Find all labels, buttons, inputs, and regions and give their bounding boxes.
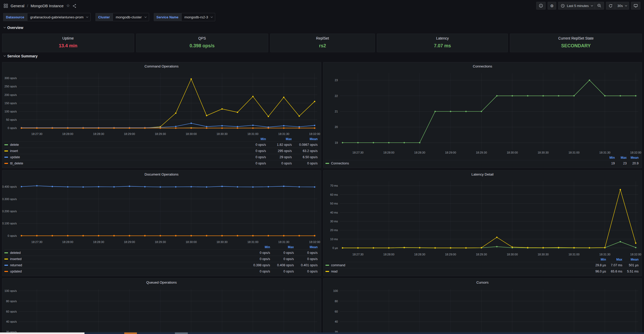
panel-title[interactable]: Connections bbox=[323, 62, 642, 70]
chevron-down-icon bbox=[625, 4, 627, 6]
service-name-dropdown[interactable]: mongodb-rs2-3 bbox=[181, 13, 215, 21]
legend-series-name[interactable]: Connections bbox=[325, 162, 603, 165]
y-axis-label: 0 ops/s bbox=[8, 234, 17, 237]
y-axis-label: 80 ops/s bbox=[6, 300, 17, 303]
y-axis-label: 250 ops/s bbox=[4, 85, 17, 88]
chart-canvas[interactable]: 0 ops/s50 ops/s100 ops/s150 ops/s200 ops… bbox=[2, 70, 321, 137]
section-overview[interactable]: Overview bbox=[0, 24, 644, 32]
panel-title[interactable]: Document Operations bbox=[2, 170, 321, 178]
chart-canvas[interactable]: 2040608010018:27:3018:28:0018:28:3018:29… bbox=[323, 286, 642, 334]
y-axis-label: 50 ops/s bbox=[6, 118, 17, 121]
section-service-summary[interactable]: Service Summary bbox=[0, 52, 644, 60]
y-axis-label: 40 bbox=[335, 320, 338, 323]
legend-row: updated0 ops/s0 ops/s0 ops/s bbox=[4, 268, 318, 274]
refresh-icon bbox=[609, 4, 612, 8]
x-axis-label: 18:31:00 bbox=[568, 253, 579, 256]
x-axis-label: 18:29:30 bbox=[155, 132, 166, 135]
legend-series-name[interactable]: insert bbox=[4, 149, 240, 153]
stat-title: Current ReplSet State bbox=[558, 36, 594, 40]
legend-series-name[interactable]: inserted bbox=[4, 257, 246, 261]
y-axis-label: 22 bbox=[335, 94, 338, 97]
series-label: update bbox=[10, 155, 20, 159]
legend-row: Connections192320.9 bbox=[325, 160, 639, 166]
y-axis-label: 200 ops/s bbox=[4, 93, 17, 96]
series-color-swatch bbox=[4, 265, 8, 266]
cluster-dropdown[interactable]: mongodb-cluster bbox=[113, 13, 149, 21]
series-label: insert bbox=[10, 149, 18, 153]
panel-latency-detail: Latency Detail0 µs10 ms20 ms30 ms40 ms50… bbox=[323, 170, 642, 276]
panel-title[interactable]: Queued Operations bbox=[2, 278, 321, 286]
y-axis-label: 23 bbox=[335, 79, 338, 82]
legend-value: 0 ops/s bbox=[240, 155, 266, 159]
y-axis-label: 100 bbox=[333, 289, 338, 292]
chart-canvas[interactable]: 192021222318:27:3018:28:0018:28:3018:29:… bbox=[323, 70, 642, 155]
chart-canvas[interactable]: 0 µs10 ms20 ms30 ms40 ms50 ms60 ms70 ms1… bbox=[323, 178, 642, 257]
grafana-dashboard: General / MongoDB Instance ☆ ⚙ bbox=[0, 0, 644, 334]
x-axis-label: 18:29:30 bbox=[476, 151, 487, 154]
legend-series-name[interactable]: returned bbox=[4, 263, 246, 267]
variable-label: Datasource bbox=[3, 13, 27, 21]
datasource-value: grafanacloud-gabrielantunes-prom bbox=[30, 15, 83, 19]
legend-series-name[interactable]: deleted bbox=[4, 251, 246, 255]
x-axis-label: 18:30:00 bbox=[507, 253, 518, 256]
legend-column-header: Min bbox=[590, 258, 606, 261]
breadcrumb: General / MongoDB Instance ☆ bbox=[4, 4, 76, 8]
legend: MinMaxMeancommand29.8 µs7.07 ms501 µsrea… bbox=[323, 257, 642, 276]
legend-series-name[interactable]: update bbox=[4, 155, 240, 159]
legend-value: 0 ops/s bbox=[240, 149, 266, 153]
time-range-picker[interactable]: Last 5 minutes bbox=[558, 2, 595, 10]
stat-value: SECONDARY bbox=[561, 43, 591, 49]
breadcrumb-dashboard-title[interactable]: MongoDB Instance bbox=[31, 4, 64, 8]
info-button[interactable] bbox=[536, 2, 546, 10]
series-label: read bbox=[331, 270, 338, 273]
series-update bbox=[21, 123, 315, 128]
legend-value: 23 bbox=[615, 162, 627, 165]
chart-canvas[interactable]: 0 ops/s0.100 ops/s0.200 ops/s0.300 ops/s… bbox=[2, 178, 321, 245]
panel-title[interactable]: Command Operations bbox=[2, 62, 321, 70]
settings-button[interactable]: ⚙ bbox=[548, 2, 556, 10]
legend-column-header: Min bbox=[603, 156, 615, 160]
legend: MinMaxMeanConnections192320.9 bbox=[323, 155, 642, 168]
legend-series-name[interactable]: delete bbox=[4, 143, 240, 147]
legend-value: 501 µs bbox=[622, 263, 639, 267]
datasource-dropdown[interactable]: grafanacloud-gabrielantunes-prom bbox=[27, 13, 91, 21]
panel-document-operations: Document Operations0 ops/s0.100 ops/s0.2… bbox=[2, 170, 321, 276]
series-read bbox=[342, 189, 636, 249]
legend-value: 0.0867 ops/s bbox=[292, 143, 318, 147]
y-axis-label: 60 ms bbox=[330, 193, 338, 196]
strip-segment bbox=[175, 332, 188, 334]
x-axis-label: 18:31:30 bbox=[599, 253, 610, 256]
breadcrumb-section[interactable]: General bbox=[11, 4, 24, 8]
legend-value: 0 ops/s bbox=[246, 257, 270, 261]
legend-series-name[interactable]: updated bbox=[4, 270, 246, 273]
share-icon[interactable] bbox=[72, 4, 76, 8]
time-range-label: Last 5 minutes bbox=[567, 4, 589, 8]
y-axis-label: 60 ops/s bbox=[6, 310, 17, 313]
x-axis-label: 18:29:00 bbox=[124, 240, 135, 244]
zoom-out-button[interactable] bbox=[595, 2, 604, 10]
x-axis-label: 18:28:00 bbox=[383, 253, 394, 256]
apps-grid-icon[interactable] bbox=[4, 4, 8, 8]
panel-title[interactable]: Latency Detail bbox=[323, 170, 642, 178]
chevron-down-icon bbox=[591, 4, 593, 6]
legend-series-name[interactable]: command bbox=[325, 263, 590, 267]
strip-segment bbox=[124, 332, 137, 334]
dashboard-variables: Datasource grafanacloud-gabrielantunes-p… bbox=[0, 11, 644, 24]
legend-series-name[interactable]: ttl_delete bbox=[4, 162, 240, 165]
chart-canvas[interactable]: 20 ops/s40 ops/s60 ops/s80 ops/s100 ops/… bbox=[2, 286, 321, 334]
tv-mode-button[interactable] bbox=[631, 2, 640, 10]
stat-current-replset-state: Current ReplSet State SECONDARY bbox=[510, 34, 642, 52]
refresh-button[interactable] bbox=[606, 2, 615, 10]
legend-value: 65.6 ms bbox=[606, 270, 622, 273]
panel-title[interactable]: Cursors bbox=[323, 278, 642, 286]
top-nav: General / MongoDB Instance ☆ ⚙ bbox=[0, 0, 644, 11]
legend: MinMaxMeandeleted0 ops/s0 ops/s0 ops/sin… bbox=[2, 245, 321, 276]
star-icon[interactable]: ☆ bbox=[66, 4, 70, 8]
section-title: Service Summary bbox=[7, 54, 38, 58]
series-color-swatch bbox=[4, 271, 8, 272]
legend-series-name[interactable]: read bbox=[325, 270, 590, 273]
legend-value: 20.9 bbox=[627, 162, 639, 165]
refresh-interval-picker[interactable]: 30s bbox=[615, 2, 629, 10]
legend-value: 0 ops/s bbox=[246, 251, 270, 255]
series-label: deleted bbox=[10, 251, 21, 255]
